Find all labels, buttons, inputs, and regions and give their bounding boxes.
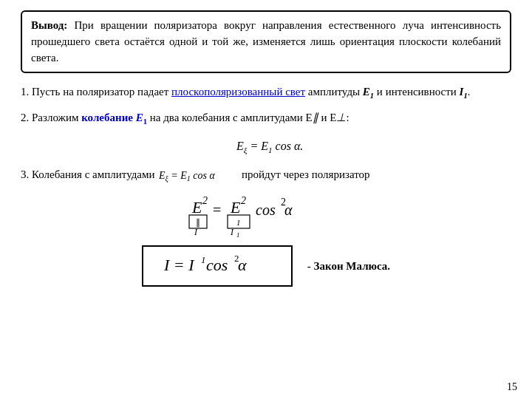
malyus-row: I = I 1 cos 2 α - Закон Малюса. [21,245,511,287]
formula-1: Eξ = E1 cos α. [21,135,511,159]
paragraph-2: 2. Разложим колебание E1 на два колебани… [21,109,511,128]
para2-number: 2. [21,112,29,123]
svg-text:=: = [213,202,221,218]
page: Вывод: При вращении поляризатора вокруг … [0,0,532,399]
svg-text:2: 2 [241,195,246,206]
para3-text-after: пройдут через поляризатор [239,168,369,180]
malyus-label: - Закон Малюса. [307,260,390,273]
para3-number: 3. [21,168,29,180]
para2-par: ∥ [313,112,318,123]
malyus-formula-svg: I = I 1 cos 2 α [158,251,276,278]
svg-text:∥: ∥ [196,217,200,228]
para1-text-before: Пусть на поляризатор падает [29,86,171,98]
paragraph-3: 3. Колебания с амплитудами Eξ = E1 cos α… [21,166,511,184]
paragraph-1: 1. Пусть на поляризатор падает плоскопол… [21,83,511,102]
formula-2-block: E 2 ∥ I = E 2 1 I 1 cos 2 α [21,189,511,241]
para2-text-before: Разложим [29,112,81,123]
svg-text:cos: cos [206,256,228,274]
formula2-svg: E 2 ∥ I = E 2 1 I 1 cos 2 α [170,189,362,241]
para2-and: и E [318,112,337,123]
para1-E1: E1 [363,86,374,98]
para1-highlight: плоскополяризованный свет [171,86,305,98]
page-number: 15 [507,381,517,393]
svg-text:α: α [284,202,293,218]
para3-formula-inline: Eξ = E1 cos α [157,167,239,183]
para1-text-after2: и интенсивности [374,86,459,98]
malyus-box: I = I 1 cos 2 α [142,245,293,287]
svg-text:E: E [191,198,202,216]
para2-perp: ⊥ [336,112,346,123]
svg-text:I = I: I = I [163,256,195,274]
para2-colon: : [346,112,349,123]
para3-text: Колебания с амплитудами [29,168,157,180]
svg-text:1: 1 [201,254,206,265]
svg-text:1: 1 [236,231,240,239]
svg-text:Eξ = E1 cos α: Eξ = E1 cos α [158,170,216,183]
para1-period: . [468,86,471,98]
para1-number: 1. [21,86,29,98]
para2-highlight: колебание E1 [81,112,147,123]
conclusion-text: При вращении поляризатора вокруг направл… [31,19,501,64]
para1-I1: I1 [460,86,468,98]
conclusion-label: Вывод: [31,19,67,31]
conclusion-box: Вывод: При вращении поляризатора вокруг … [21,10,511,73]
formula1-svg: Eξ = E1 cos α. [192,135,340,156]
para2-text-after: на два колебания с амплитудами E [147,112,313,123]
para1-text-after1: амплитуды [305,86,363,98]
svg-text:α: α [238,256,247,274]
svg-text:Eξ = E1 cos α.: Eξ = E1 cos α. [236,140,303,155]
svg-text:cos: cos [256,202,276,218]
svg-text:E: E [230,198,241,216]
svg-text:2: 2 [202,195,208,206]
svg-text:1: 1 [236,218,241,227]
